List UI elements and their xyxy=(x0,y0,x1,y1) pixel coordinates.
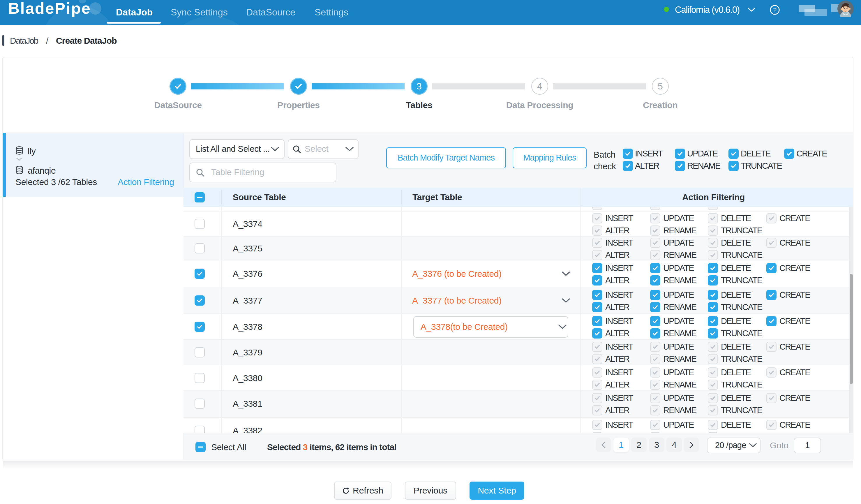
svg-text:?: ? xyxy=(773,6,777,14)
